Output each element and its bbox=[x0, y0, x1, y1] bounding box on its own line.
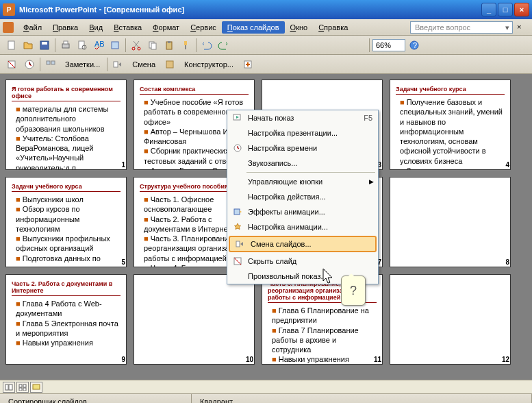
slide-sorter-view[interactable]: Я готов работать в современном офисемате… bbox=[0, 74, 532, 393]
new-slide-button[interactable] bbox=[240, 57, 255, 72]
menu-item-управляющие-кнопки[interactable]: Управляющие кнопки▶ bbox=[227, 174, 378, 189]
maximize-button[interactable]: □ bbox=[498, 3, 513, 16]
svg-rect-37 bbox=[33, 384, 40, 389]
notes-button[interactable]: Заметки... bbox=[61, 59, 104, 70]
slide-number: 11 bbox=[374, 356, 381, 363]
svg-rect-14 bbox=[168, 41, 170, 43]
slide-number: 5 bbox=[121, 258, 125, 266]
menu-окно[interactable]: Окно bbox=[285, 21, 314, 34]
svg-rect-22 bbox=[114, 62, 118, 67]
app-icon: P bbox=[3, 3, 15, 16]
play-icon bbox=[230, 113, 245, 123]
doc-icon bbox=[3, 22, 14, 33]
undo-button[interactable] bbox=[199, 38, 214, 53]
svg-rect-35 bbox=[19, 388, 22, 391]
designer-button[interactable]: Конструктор... bbox=[180, 59, 238, 70]
menu-файл[interactable]: Файл bbox=[18, 21, 47, 34]
cut-button[interactable] bbox=[129, 38, 144, 53]
slide-thumbnail[interactable]: Задачи учебного курсаВыпускники школОбзо… bbox=[5, 177, 127, 267]
menu-правка[interactable]: Правка bbox=[47, 21, 84, 34]
svg-rect-3 bbox=[62, 44, 69, 48]
menu-справка[interactable]: Справка bbox=[313, 21, 353, 34]
doc-close-button[interactable]: × bbox=[517, 23, 529, 32]
svg-rect-23 bbox=[166, 61, 173, 68]
help-search-input[interactable]: Введите вопрос bbox=[410, 21, 513, 34]
open-button[interactable] bbox=[21, 38, 36, 53]
svg-rect-20 bbox=[47, 61, 50, 64]
hide-slide-button[interactable] bbox=[4, 57, 19, 72]
transition-icon[interactable] bbox=[110, 57, 125, 72]
hide-icon bbox=[230, 256, 245, 266]
menu-item-настройка-времени[interactable]: Настройка времени bbox=[227, 141, 378, 156]
save-button[interactable] bbox=[37, 38, 52, 53]
star-icon bbox=[230, 222, 245, 232]
transition-icon bbox=[233, 239, 248, 249]
slideshow-menu-dropdown: Начать показF5Настройка презентации...На… bbox=[227, 110, 379, 284]
view-buttons-bar bbox=[0, 380, 532, 393]
format-painter-button[interactable] bbox=[178, 38, 193, 53]
transition-button[interactable]: Смена bbox=[128, 59, 160, 70]
svg-rect-28 bbox=[236, 241, 240, 247]
slide-number: 4 bbox=[505, 161, 509, 169]
menu-item-настройка-презентации-[interactable]: Настройка презентации... bbox=[227, 125, 378, 141]
slideshow-view-button[interactable] bbox=[30, 382, 42, 393]
menu-bar: ФайлПравкаВидВставкаФорматСервисПоказ сл… bbox=[0, 19, 532, 36]
menu-item-настройка-действия-[interactable]: Настройка действия... bbox=[227, 189, 378, 204]
svg-rect-36 bbox=[23, 388, 26, 391]
close-button[interactable]: × bbox=[514, 3, 529, 16]
svg-rect-4 bbox=[64, 41, 68, 44]
slide-number: 10 bbox=[246, 356, 253, 363]
help-button[interactable]: ? bbox=[407, 38, 422, 53]
normal-view-button[interactable] bbox=[3, 382, 15, 393]
menu-показ слайдов[interactable]: Показ слайдов bbox=[222, 21, 285, 34]
clock-icon bbox=[230, 143, 245, 153]
summary-button[interactable] bbox=[43, 57, 58, 72]
slide-thumbnail[interactable]: Задачи учебного курсаПолучение базовых и… bbox=[390, 80, 511, 170]
menu-item-настройка-анимации-[interactable]: Настройка анимации... bbox=[227, 219, 378, 234]
svg-text:?: ? bbox=[413, 41, 417, 49]
minimize-button[interactable]: _ bbox=[481, 3, 496, 16]
menu-сервис[interactable]: Сервис bbox=[185, 21, 222, 34]
help-tooltip: ? bbox=[341, 276, 366, 306]
slide-thumbnail[interactable]: 10 bbox=[134, 274, 255, 365]
menu-item-звукозапись-[interactable]: Звукозапись... bbox=[227, 156, 378, 171]
title-bar: P Microsoft PowerPoint - [Современный оф… bbox=[0, 0, 532, 19]
copy-button[interactable] bbox=[145, 38, 160, 53]
research-button[interactable] bbox=[107, 38, 123, 53]
spelling-button[interactable]: AB bbox=[91, 38, 106, 53]
svg-rect-21 bbox=[51, 61, 55, 64]
print-button[interactable] bbox=[58, 38, 73, 53]
redo-button[interactable] bbox=[216, 38, 231, 53]
menu-вставка[interactable]: Вставка bbox=[108, 21, 147, 34]
slide-number: 9 bbox=[121, 356, 125, 363]
rehearse-button[interactable] bbox=[22, 57, 37, 72]
menu-вид[interactable]: Вид bbox=[84, 21, 108, 34]
svg-rect-31 bbox=[5, 384, 8, 390]
zoom-combo[interactable]: 66% bbox=[372, 39, 405, 51]
slide-thumbnail[interactable]: Часть 2. Работа с документами в Интернет… bbox=[5, 274, 127, 365]
slide-thumbnail[interactable]: 12 bbox=[390, 274, 511, 365]
menu-item-скрыть-слайд[interactable]: Скрыть слайд bbox=[227, 254, 378, 269]
svg-rect-27 bbox=[234, 209, 240, 215]
slide-number: 12 bbox=[502, 356, 509, 363]
svg-rect-34 bbox=[23, 384, 26, 387]
slide-sorter-toolbar: Заметки... Смена Конструктор... bbox=[0, 55, 532, 74]
slide-thumbnail[interactable]: Я готов работать в современном офисемате… bbox=[5, 80, 127, 170]
submenu-arrow-icon: ▶ bbox=[369, 178, 374, 185]
status-template: Квадрант bbox=[192, 394, 532, 403]
menu-item-эффекты-анимации-[interactable]: Эффекты анимации... bbox=[227, 204, 378, 219]
slide-number: 8 bbox=[505, 258, 509, 266]
svg-rect-5 bbox=[79, 41, 84, 49]
print-preview-button[interactable] bbox=[75, 38, 90, 53]
svg-rect-32 bbox=[9, 384, 12, 390]
design-icon[interactable] bbox=[162, 57, 177, 72]
menu-item-смена-слайдов-[interactable]: Смена слайдов... bbox=[229, 236, 377, 252]
menu-формат[interactable]: Формат bbox=[147, 21, 185, 34]
new-button[interactable] bbox=[4, 38, 19, 53]
paste-button[interactable] bbox=[162, 38, 177, 53]
slide-thumbnail[interactable]: 8 bbox=[390, 177, 511, 267]
sorter-view-button[interactable] bbox=[16, 382, 29, 393]
svg-rect-12 bbox=[151, 43, 156, 49]
menu-item-начать-показ[interactable]: Начать показF5 bbox=[227, 110, 378, 125]
status-bar: Сортировщик слайдов Квадрант bbox=[0, 393, 532, 403]
